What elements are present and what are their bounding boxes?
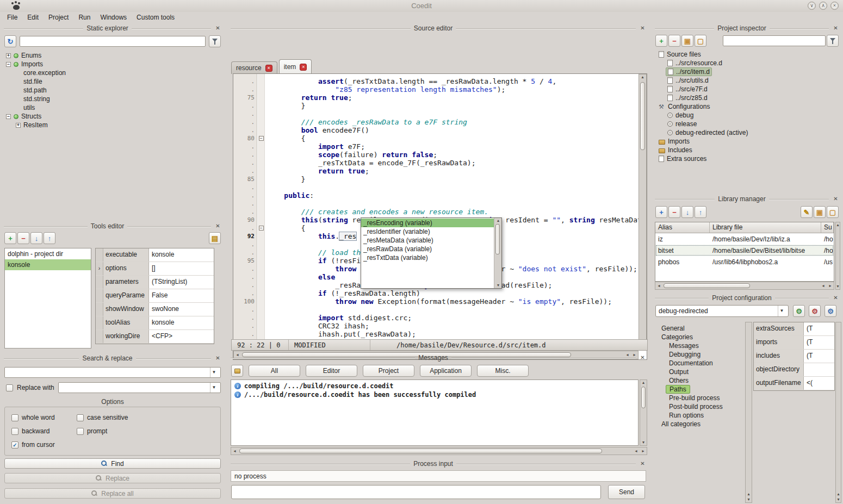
add-source-button[interactable]: + xyxy=(655,35,667,47)
close-panel-icon[interactable]: ✕ xyxy=(832,196,839,203)
scroll-up-icon[interactable]: ▴ xyxy=(745,491,752,497)
search-term-combobox[interactable]: ▼ xyxy=(4,367,221,378)
filter-project-button[interactable]: Project xyxy=(363,365,414,377)
scroll-left-icon[interactable]: ◂ xyxy=(655,283,662,289)
close-button[interactable]: × xyxy=(830,2,839,10)
property-row-toolalias[interactable]: toolAliaskonsole xyxy=(96,316,214,330)
menu-edit[interactable]: Edit xyxy=(22,12,44,23)
message-list[interactable]: icompiling /.../build/resource.d.coediti… xyxy=(231,379,639,446)
scroll-thumb[interactable] xyxy=(641,387,646,408)
column-header-su[interactable]: Su xyxy=(821,222,834,233)
expand-icon[interactable]: + xyxy=(16,123,21,128)
remove-library-button[interactable]: − xyxy=(668,206,680,218)
replace-with-checkbox[interactable] xyxy=(6,384,13,391)
shade-button[interactable]: ∨ xyxy=(808,2,816,10)
library-row-phobos[interactable]: phobos/usr/lib64/libphobos2.a/us xyxy=(655,256,834,267)
inspector-item-imports[interactable]: Imports xyxy=(654,137,840,146)
scroll-left-icon[interactable]: ◂ xyxy=(820,283,827,289)
category-general[interactable]: General xyxy=(654,324,745,333)
scroll-left-icon[interactable]: ◂ xyxy=(231,449,238,454)
refresh-button[interactable]: ↻ xyxy=(4,35,16,47)
replace-all-button[interactable]: Replace all xyxy=(4,488,221,499)
completion-item[interactable]: _resIdentifier (variable) xyxy=(361,227,494,236)
property-value[interactable]: (T xyxy=(804,336,834,349)
close-panel-icon[interactable]: ✕ xyxy=(639,354,646,362)
close-panel-icon[interactable]: ✕ xyxy=(832,295,839,302)
explorer-item-structs[interactable]: −Structs xyxy=(3,112,222,121)
property-value[interactable]: [] xyxy=(149,262,214,275)
replace-button[interactable]: Replace xyxy=(4,473,221,483)
category-pre-build-process[interactable]: Pre-build process xyxy=(654,394,745,402)
dropdown-arrow-icon[interactable]: ▼ xyxy=(210,383,218,393)
collapse-icon[interactable]: − xyxy=(6,114,11,119)
move-tool-up-button[interactable]: ↑ xyxy=(44,232,55,244)
remove-tool-button[interactable]: − xyxy=(17,232,29,244)
property-value[interactable]: <( xyxy=(804,377,834,390)
close-tab-icon[interactable]: × xyxy=(300,64,307,71)
explorer-item-enums[interactable]: +Enums xyxy=(3,51,222,60)
add-folder-button[interactable]: ▣ xyxy=(681,35,693,47)
property-row-queryparame[interactable]: queryParameFalse xyxy=(96,289,214,303)
library-hscrollbar[interactable]: ◂ ◂ ▸ xyxy=(655,282,834,290)
option-from-cursor[interactable]: ✓from cursor xyxy=(11,441,77,449)
remove-config-button[interactable]: ⚙ xyxy=(809,305,821,317)
messages-hscrollbar[interactable]: ◂ ◂ ▸ xyxy=(231,447,647,455)
maximize-button[interactable]: ∧ xyxy=(819,2,827,10)
category-documentation[interactable]: Documentation xyxy=(654,359,745,368)
inspector-search-input[interactable] xyxy=(723,35,826,46)
property-row-options[interactable]: ›options[] xyxy=(96,262,214,276)
menu-run[interactable]: Run xyxy=(73,12,95,23)
property-value[interactable]: <CFP> xyxy=(149,330,214,343)
checkbox-icon[interactable] xyxy=(11,428,18,435)
explorer-item-std-path[interactable]: std.path xyxy=(3,86,222,95)
library-row-iz[interactable]: iz/home/basile/Dev/Iz/lib/iz.a/ho xyxy=(655,233,834,245)
inspector-item-release[interactable]: release xyxy=(654,120,840,128)
scroll-down-icon[interactable]: ▾ xyxy=(835,284,840,289)
scroll-down-icon[interactable]: ▾ xyxy=(835,497,841,502)
filter-all-button[interactable]: All xyxy=(249,365,300,377)
inspector-item-debug-redirected-active[interactable]: debug-redirected (active) xyxy=(654,128,840,137)
dropdown-arrow-icon[interactable]: ▼ xyxy=(778,306,785,316)
category-others[interactable]: Others xyxy=(654,376,745,385)
property-row-objectdirectory[interactable]: objectDirectory xyxy=(754,363,834,377)
option-backward[interactable]: backward xyxy=(11,427,77,435)
add-config-button[interactable]: ⚙ xyxy=(793,305,805,317)
remove-source-button[interactable]: − xyxy=(668,35,680,47)
column-header-library-file[interactable]: Library file xyxy=(710,222,821,233)
property-value[interactable]: konsole xyxy=(149,248,214,262)
scroll-up-icon[interactable]: ▴ xyxy=(639,74,646,80)
explorer-item-core-exception[interactable]: core.exception xyxy=(3,69,222,77)
completion-item[interactable]: _resRawData (variable) xyxy=(361,245,494,253)
property-value[interactable]: False xyxy=(149,289,214,302)
close-panel-icon[interactable]: ✕ xyxy=(832,25,839,32)
property-row-parameters[interactable]: parameters(TStringList) xyxy=(96,276,214,289)
inspector-item-src-item-d[interactable]: ../src/item.d xyxy=(654,67,840,76)
property-value[interactable]: (T xyxy=(804,350,834,363)
add-library-folder-button[interactable]: ▢ xyxy=(827,206,839,218)
menu-project[interactable]: Project xyxy=(44,12,73,23)
option-prompt[interactable]: prompt xyxy=(77,427,214,435)
scroll-up-icon[interactable]: ▴ xyxy=(835,491,841,497)
dropdown-arrow-icon[interactable]: ▼ xyxy=(210,368,218,377)
move-library-down-button[interactable]: ↓ xyxy=(681,206,693,218)
message-item[interactable]: i/.../build/resource.d.coedit has been s… xyxy=(232,390,637,399)
categories-vscrollbar[interactable]: ▴ ▾ xyxy=(745,322,752,503)
inspector-item-extra-sources[interactable]: Extra sources xyxy=(654,154,840,163)
explorer-item-utils[interactable]: utils xyxy=(3,103,222,112)
clone-tool-button[interactable]: ▤ xyxy=(209,232,221,244)
move-library-up-button[interactable]: ↑ xyxy=(695,206,706,218)
edit-library-button[interactable]: ✎ xyxy=(801,206,813,218)
property-row-includes[interactable]: includes(T xyxy=(754,350,834,363)
tool-item-dolphin-project-dir[interactable]: dolphin - project dir xyxy=(5,248,91,259)
filter-editor-button[interactable]: Editor xyxy=(306,365,357,377)
option-case-sensitive[interactable]: case sensitive xyxy=(77,414,214,421)
category-paths[interactable]: Paths xyxy=(654,385,745,394)
clear-messages-button[interactable] xyxy=(231,365,243,377)
category-post-build-process[interactable]: Post-build process xyxy=(654,402,745,411)
explorer-item-imports[interactable]: −Imports xyxy=(3,60,222,69)
fold-collapse-icon[interactable]: − xyxy=(259,226,264,231)
property-value[interactable]: (T xyxy=(804,322,834,335)
close-panel-icon[interactable]: ✕ xyxy=(214,355,221,362)
category-output[interactable]: Output xyxy=(654,368,745,376)
menu-custom-tools[interactable]: Custom tools xyxy=(132,12,179,23)
